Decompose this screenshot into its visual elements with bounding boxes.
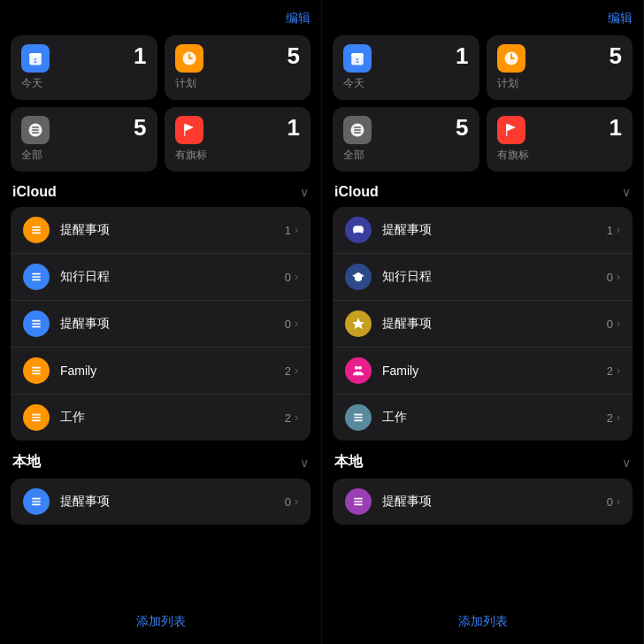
- right-today-count: 1: [456, 44, 468, 67]
- right-header: 编辑: [333, 11, 632, 27]
- left-icloud-chevron-0: ›: [295, 224, 298, 236]
- right-local-header: 本地 ∨: [333, 453, 632, 472]
- right-icloud-label-0: 提醒事项: [382, 222, 607, 238]
- left-icloud-item-0[interactable]: 提醒事项 1 ›: [11, 207, 310, 254]
- right-icloud-item-3[interactable]: Family 2 ›: [333, 348, 632, 395]
- svg-text:1: 1: [356, 58, 359, 64]
- left-local-list: 提醒事项 0 ›: [11, 479, 310, 525]
- left-icloud-chevron-3: ›: [295, 364, 298, 377]
- right-add-list-button[interactable]: 添加列表: [458, 614, 508, 628]
- left-local-icon-0: [23, 488, 50, 515]
- svg-rect-27: [351, 53, 364, 58]
- right-icloud-item-4[interactable]: 工作 2 ›: [333, 395, 632, 441]
- right-icloud-chevron-1: ›: [617, 271, 620, 283]
- right-today-icon: 1: [343, 44, 372, 73]
- left-icloud-icon-3: [23, 357, 50, 384]
- right-local-icon-0: [345, 488, 372, 515]
- left-icloud-item-2[interactable]: 提醒事项 0 ›: [11, 301, 310, 348]
- right-icloud-chevron[interactable]: ∨: [622, 185, 631, 199]
- left-icloud-label-0: 提醒事项: [60, 222, 285, 238]
- right-local-chevron[interactable]: ∨: [622, 456, 631, 470]
- right-icloud-icon-3: [345, 357, 372, 384]
- left-add-list-button[interactable]: 添加列表: [136, 614, 186, 628]
- left-icloud-chevron-4: ›: [295, 411, 298, 424]
- right-icloud-chevron-2: ›: [617, 318, 620, 330]
- right-icloud-count-0: 1: [607, 224, 613, 237]
- left-all-count: 5: [134, 116, 146, 139]
- left-local-count-0: 0: [285, 495, 291, 509]
- right-local-item-0[interactable]: 提醒事项 0 ›: [333, 479, 632, 525]
- left-icloud-header: iCloud ∨: [11, 184, 310, 200]
- right-icloud-chevron-4: ›: [617, 411, 620, 424]
- left-icloud-count-1: 0: [285, 271, 291, 284]
- right-icloud-header: iCloud ∨: [333, 184, 632, 200]
- right-icloud-count-3: 2: [607, 364, 613, 378]
- right-stat-flagged[interactable]: 1 有旗标: [487, 107, 633, 172]
- left-icloud-icon-2: [23, 310, 50, 337]
- svg-rect-1: [29, 53, 42, 58]
- left-header: 编辑: [11, 11, 310, 27]
- right-panel: 编辑 1 1 今天 5 计划: [322, 0, 644, 644]
- right-icloud-label-4: 工作: [382, 410, 607, 426]
- left-icloud-title: iCloud: [12, 184, 57, 200]
- left-icloud-label-2: 提醒事项: [60, 316, 285, 332]
- left-edit-button[interactable]: 编辑: [286, 11, 310, 27]
- right-local-chevron-0: ›: [617, 495, 620, 508]
- right-icloud-list: 提醒事项 1 › 知行日程 0 › 提醒事项 0 › Famil: [333, 207, 632, 441]
- right-icloud-chevron-3: ›: [617, 364, 620, 377]
- left-icloud-item-1[interactable]: 知行日程 0 ›: [11, 254, 310, 301]
- left-plan-icon: [175, 44, 203, 73]
- left-icloud-icon-0: [23, 217, 50, 243]
- right-icloud-icon-4: [345, 404, 372, 431]
- left-flagged-count: 1: [288, 116, 300, 139]
- left-panel: 编辑 1 1 今天 5 计划: [0, 0, 322, 644]
- left-stat-flagged[interactable]: 1 有旗标: [165, 107, 311, 172]
- right-plan-label: 计划: [497, 76, 623, 91]
- right-icloud-label-3: Family: [382, 364, 607, 378]
- right-icloud-item-2[interactable]: 提醒事项 0 ›: [333, 301, 632, 348]
- right-icloud-icon-0: [345, 217, 372, 243]
- left-all-label: 全部: [21, 148, 147, 163]
- right-icloud-count-1: 0: [607, 271, 613, 284]
- left-local-chevron[interactable]: ∨: [300, 456, 309, 470]
- left-icloud-count-2: 0: [285, 318, 291, 331]
- left-icloud-list: 提醒事项 1 › 知行日程 0 › 提醒事项 0 › Family 2: [11, 207, 310, 441]
- right-icloud-count-4: 2: [607, 411, 613, 425]
- left-plan-label: 计划: [175, 76, 301, 91]
- left-flagged-icon: [175, 116, 203, 144]
- right-stat-today[interactable]: 1 1 今天: [333, 35, 479, 100]
- right-icloud-item-1[interactable]: 知行日程 0 ›: [333, 254, 632, 301]
- right-flagged-count: 1: [610, 116, 622, 139]
- right-stat-all[interactable]: 5 全部: [333, 107, 479, 172]
- right-icloud-item-0[interactable]: 提醒事项 1 ›: [333, 207, 632, 254]
- right-icloud-count-2: 0: [607, 318, 613, 331]
- svg-point-40: [355, 366, 358, 370]
- right-stats-grid: 1 1 今天 5 计划 5 全部: [333, 35, 632, 172]
- left-today-count: 1: [134, 44, 146, 67]
- right-flagged-label: 有旗标: [497, 148, 623, 163]
- right-edit-button[interactable]: 编辑: [608, 11, 632, 27]
- left-icloud-item-3[interactable]: Family 2 ›: [11, 348, 310, 395]
- right-icloud-title: iCloud: [334, 184, 379, 200]
- right-plan-count: 5: [610, 44, 622, 67]
- left-icloud-count-0: 1: [285, 224, 291, 237]
- left-stat-all[interactable]: 5 全部: [11, 107, 157, 172]
- right-stat-plan[interactable]: 5 计划: [487, 35, 633, 100]
- left-local-item-0[interactable]: 提醒事项 0 ›: [11, 479, 310, 525]
- left-stat-plan[interactable]: 5 计划: [165, 35, 311, 100]
- right-all-label: 全部: [343, 148, 469, 163]
- left-all-icon: [21, 116, 50, 144]
- left-icloud-label-4: 工作: [60, 410, 285, 426]
- left-icloud-chevron[interactable]: ∨: [300, 185, 309, 199]
- left-icloud-label-3: Family: [60, 364, 285, 378]
- left-stat-today[interactable]: 1 1 今天: [11, 35, 157, 100]
- left-local-chevron-0: ›: [295, 495, 298, 508]
- left-icloud-item-4[interactable]: 工作 2 ›: [11, 395, 310, 441]
- right-plan-icon: [497, 44, 525, 73]
- right-today-label: 今天: [343, 76, 469, 91]
- right-icloud-label-2: 提醒事项: [382, 316, 607, 332]
- left-local-label-0: 提醒事项: [60, 494, 285, 510]
- left-flagged-label: 有旗标: [175, 148, 301, 163]
- right-local-title: 本地: [334, 453, 363, 472]
- right-all-count: 5: [456, 116, 468, 139]
